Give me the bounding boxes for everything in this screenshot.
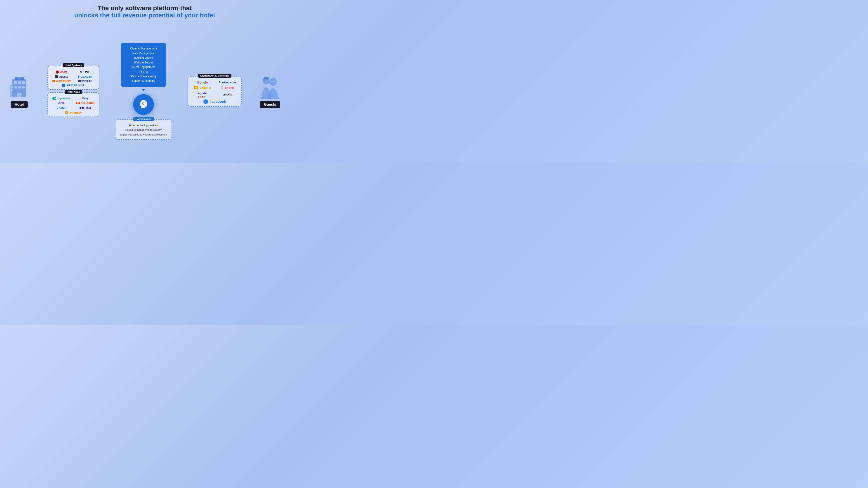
distribution-box: Distribution & Marketing Google Booking.…: [188, 76, 242, 106]
windsurfer-logo: windsurfercrs: [52, 80, 71, 82]
chekin-logo: Chekin: [57, 106, 66, 109]
diagram-area: Hotel Hotel Systems Opera MEWS: [7, 24, 282, 159]
title-line2: unlocks the full revenue potential of yo…: [7, 12, 282, 19]
svg-rect-4: [18, 81, 21, 84]
hotel-label: Hotel: [11, 101, 28, 108]
svg-rect-7: [18, 86, 21, 89]
right-panels: Distribution & Marketing Google Booking.…: [188, 76, 242, 106]
title-section: The only software platform that unlocks …: [7, 4, 282, 19]
openkey-icon: ⚿: [65, 111, 68, 114]
google-logo: Google: [197, 80, 208, 84]
hotel-systems-label: Hotel Systems: [63, 63, 84, 67]
svg-rect-5: [22, 81, 25, 84]
brand-logo-icon: S: [137, 98, 150, 111]
hotel-side: Hotel: [7, 74, 32, 108]
pricepoint-logo: PRICEPOINT: [62, 84, 85, 87]
duve-logo: Duve.: [58, 101, 65, 104]
center-section: Channel Management Rate Management Booki…: [115, 43, 172, 139]
svg-point-10: [20, 94, 21, 95]
svg-point-21: [271, 80, 273, 82]
revinate-logo: REVINATE: [78, 80, 92, 83]
pricepoint-icon: [62, 84, 65, 87]
opera-logo: Opera: [56, 70, 68, 74]
svg-rect-12: [11, 86, 13, 88]
svg-point-2: [18, 77, 21, 80]
hotel-experts-box: Hotel Experts Hotel consulting services …: [115, 120, 172, 140]
feature-list: Channel Management Rate Management Booki…: [126, 46, 161, 83]
main-container: The only software platform that unlocks …: [0, 0, 289, 163]
guesty-logo: Guesty: [55, 75, 68, 78]
title-line1: The only software platform that: [7, 4, 282, 12]
guesty-icon: [55, 75, 58, 78]
oaky-logo: Oaky: [82, 97, 88, 100]
openkey-logo: ⚿ openkey: [65, 111, 82, 114]
hotel-apps-box: Hotel Apps Tripadvisor: [48, 92, 99, 117]
svg-rect-3: [14, 81, 17, 84]
distribution-logos: Google Booking.com ✈ Expedia: [191, 80, 239, 104]
svg-point-17: [55, 98, 55, 99]
hotel-illustration: [9, 74, 29, 99]
tripadvisor-icon: [52, 97, 56, 100]
hotel-systems-box: Hotel Systems Opera MEWS Guesty: [48, 66, 99, 90]
agoda-logo: agoda: [198, 92, 207, 98]
windsurfer-icon: [52, 80, 55, 82]
facebook-logo: f facebook: [204, 99, 226, 104]
svg-point-20: [269, 78, 277, 86]
svg-rect-13: [11, 90, 13, 91]
hotel-experts-items: Hotel consulting services Revenue manage…: [120, 123, 167, 137]
svg-point-22: [273, 80, 275, 82]
svg-point-16: [53, 98, 54, 99]
mews-logo: MEWS: [80, 70, 91, 74]
left-panels: Hotel Systems Opera MEWS Guesty: [48, 66, 99, 117]
opera-icon: [56, 70, 59, 74]
booking-logo: Booking.com: [219, 81, 236, 84]
svg-text:S: S: [142, 102, 144, 106]
guests-label: Guests: [260, 101, 280, 108]
feature-bubble: Channel Management Rate Management Booki…: [121, 43, 166, 87]
hotel-systems-logos: Opera MEWS Guesty CENDYN: [51, 70, 96, 87]
hotel-apps-logos: Tripadvisor Oaky Duve. UP SELLGURU Cheki…: [51, 97, 96, 114]
cendyn-icon: [78, 76, 80, 78]
distribution-label: Distribution & Marketing: [198, 74, 231, 78]
airbnb-logo: ♡ airbnb: [221, 86, 234, 90]
hotel-apps-label: Hotel Apps: [65, 90, 82, 94]
guests-illustration: [258, 74, 282, 99]
agoda-dots: [198, 96, 206, 98]
svg-rect-8: [22, 86, 25, 89]
central-circle: S: [132, 93, 155, 116]
akia-icon: ▶▶: [80, 106, 85, 109]
sellguru-icon: UP: [76, 102, 80, 104]
synxis-logo: synXis: [222, 93, 232, 96]
hotel-experts-label: Hotel Experts: [133, 117, 154, 121]
sellguru-logo: UP SELLGURU: [76, 102, 95, 104]
tripadvisor-logo: Tripadvisor: [52, 97, 70, 100]
akia-logo: ▶▶ akia: [80, 106, 91, 109]
cendyn-logo: CENDYN: [78, 75, 92, 78]
facebook-icon: f: [204, 99, 208, 104]
airbnb-icon: ♡: [221, 86, 223, 90]
expedia-icon: ✈: [194, 86, 198, 90]
expedia-logo: ✈ Expedia: [194, 86, 211, 90]
guests-side: Guests: [258, 74, 282, 108]
